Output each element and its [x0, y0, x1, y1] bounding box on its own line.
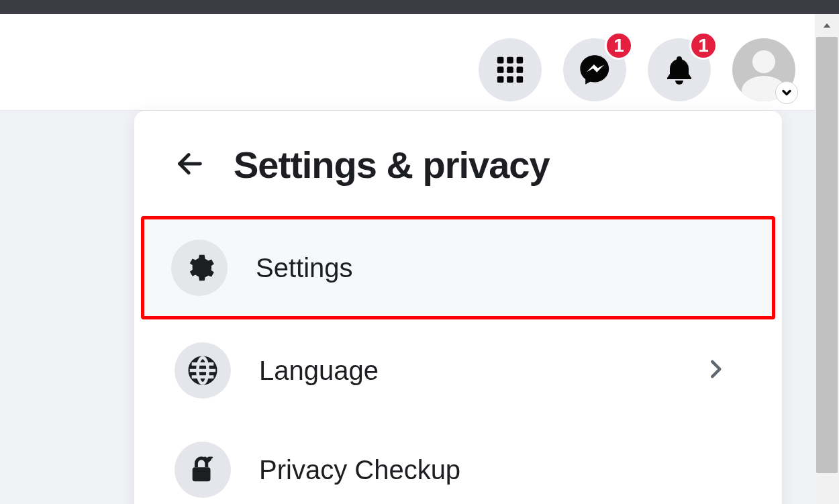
svg-rect-15	[193, 467, 211, 481]
svg-rect-0	[497, 57, 504, 64]
chevron-right-icon	[703, 356, 728, 385]
triangle-up-icon	[822, 20, 832, 31]
menu-item-label: Privacy Checkup	[259, 455, 742, 485]
messenger-icon	[577, 52, 612, 87]
app-header: 1 1	[0, 14, 839, 111]
scrollbar-thumb[interactable]	[816, 37, 838, 473]
menu-item-privacy-checkup[interactable]: Privacy Checkup	[148, 421, 769, 504]
svg-rect-5	[517, 66, 524, 73]
svg-rect-4	[507, 66, 513, 73]
chevron-down-icon	[775, 81, 798, 104]
svg-rect-1	[507, 57, 513, 64]
back-button[interactable]	[175, 148, 205, 182]
menu-item-label: Settings	[256, 253, 745, 283]
globe-icon	[175, 342, 231, 399]
menu-item-label: Language	[259, 356, 675, 386]
panel-title: Settings & privacy	[234, 143, 550, 187]
header-icons: 1 1	[479, 38, 795, 101]
lock-heart-icon	[175, 442, 231, 498]
panel-header: Settings & privacy	[134, 131, 782, 213]
menu-item-language[interactable]: Language	[148, 322, 769, 419]
menu-apps-button[interactable]	[479, 38, 542, 101]
browser-top-bar	[0, 0, 839, 14]
notifications-button[interactable]: 1	[648, 38, 711, 101]
svg-rect-3	[497, 66, 504, 73]
scrollbar[interactable]	[815, 14, 839, 504]
bell-icon	[663, 54, 695, 86]
menu-item-settings[interactable]: Settings	[141, 216, 775, 319]
svg-marker-16	[824, 23, 831, 28]
svg-rect-8	[517, 77, 524, 83]
account-menu-button[interactable]	[732, 38, 795, 101]
messenger-badge: 1	[605, 32, 633, 60]
settings-privacy-panel: Settings & privacy Settings Language	[134, 111, 782, 504]
grid-icon	[495, 54, 526, 85]
svg-rect-2	[517, 57, 524, 64]
notifications-badge: 1	[689, 32, 718, 60]
arrow-left-icon	[175, 148, 205, 179]
gear-icon	[171, 240, 228, 296]
svg-rect-6	[497, 77, 504, 83]
scrollbar-up-button[interactable]	[815, 14, 839, 37]
svg-rect-7	[507, 77, 513, 83]
messenger-button[interactable]: 1	[563, 38, 626, 101]
